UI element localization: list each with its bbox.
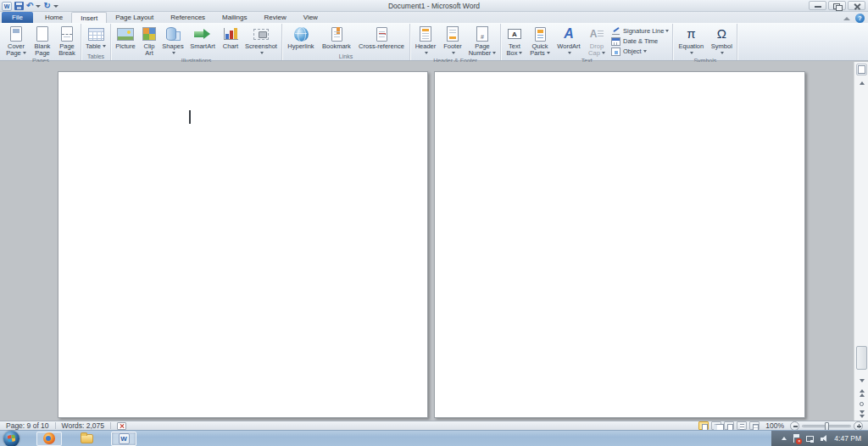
clip-art-icon: [142, 27, 156, 41]
document-page-9[interactable]: [58, 71, 428, 418]
ribbon-group-symbols: π Equation Ω Symbol Symbols: [673, 24, 737, 60]
shapes-button[interactable]: Shapes: [160, 25, 186, 57]
restore-button[interactable]: [828, 1, 846, 10]
shapes-icon: [165, 27, 181, 41]
show-hidden-icons-button[interactable]: [782, 437, 787, 440]
tab-view[interactable]: View: [295, 12, 326, 23]
header-button[interactable]: Header: [412, 25, 439, 57]
text-box-button[interactable]: A Text Box: [503, 25, 526, 57]
outline-view-button[interactable]: [737, 421, 747, 430]
scrollbar-thumb[interactable]: [856, 346, 867, 370]
quick-parts-icon: [535, 27, 546, 42]
tab-home[interactable]: Home: [36, 12, 71, 23]
page-break-button[interactable]: Page Break: [55, 25, 79, 57]
bookmark-icon: [331, 27, 342, 42]
folder-icon: [81, 434, 93, 443]
tab-insert[interactable]: Insert: [71, 12, 107, 23]
date-time-button[interactable]: Date & Time: [609, 36, 670, 46]
cross-reference-icon: [376, 27, 387, 42]
network-icon[interactable]: [806, 435, 815, 443]
scroll-down-button[interactable]: [856, 376, 867, 386]
ribbon-insert: Cover Page Blank Page Page Break Pages T…: [0, 23, 868, 61]
tab-review[interactable]: Review: [255, 12, 294, 23]
picture-icon: [117, 28, 134, 41]
symbol-button[interactable]: Ω Symbol: [708, 25, 735, 57]
close-button[interactable]: [848, 1, 865, 10]
select-browse-object-button[interactable]: [856, 399, 867, 409]
tab-mailings[interactable]: Mailings: [214, 12, 255, 23]
zoom-out-button[interactable]: [790, 421, 799, 431]
word-taskbar-button[interactable]: W: [111, 432, 136, 446]
document-area: [0, 62, 868, 421]
ribbon-group-header-footer: Header Footer Page Number Header & Foote…: [410, 24, 501, 60]
signature-line-button[interactable]: Signature Line: [609, 26, 670, 36]
next-page-button[interactable]: [856, 409, 867, 419]
minimize-button[interactable]: [809, 1, 826, 10]
zoom-slider-thumb[interactable]: [825, 422, 829, 431]
drop-cap-icon: A: [590, 29, 604, 39]
hyperlink-button[interactable]: Hyperlink: [284, 25, 318, 53]
zoom-slider[interactable]: [802, 425, 851, 427]
page-number-button[interactable]: Page Number: [466, 25, 498, 57]
clip-art-button[interactable]: Clip Art: [139, 25, 159, 57]
start-button[interactable]: [3, 431, 19, 446]
screenshot-icon: [253, 29, 269, 40]
view-ruler-toggle[interactable]: [856, 64, 867, 75]
cross-reference-button[interactable]: Cross-reference: [355, 25, 408, 53]
explorer-taskbar-button[interactable]: [74, 432, 99, 446]
smartart-button[interactable]: SmartArt: [186, 25, 219, 57]
blank-page-button[interactable]: Blank Page: [31, 25, 54, 57]
table-button[interactable]: Table: [83, 25, 108, 53]
document-page-10[interactable]: [434, 71, 805, 418]
zoom-in-button[interactable]: [854, 421, 863, 431]
full-screen-reading-view-button[interactable]: [711, 421, 721, 430]
wordart-button[interactable]: A WordArt: [554, 25, 584, 57]
header-icon: [420, 26, 431, 42]
browser-taskbar-button[interactable]: [36, 432, 62, 446]
picture-button[interactable]: Picture: [113, 25, 138, 57]
footer-icon: [447, 26, 459, 42]
window-controls: [809, 1, 865, 10]
quick-parts-button[interactable]: Quick Parts: [527, 25, 553, 57]
equation-icon: π: [687, 27, 695, 41]
smartart-icon: [194, 29, 211, 40]
windows-taskbar: W × 4:47 PM: [0, 430, 868, 446]
tab-page-layout[interactable]: Page Layout: [107, 12, 162, 23]
volume-icon[interactable]: [821, 435, 828, 443]
zoom-level[interactable]: 100%: [762, 421, 787, 430]
status-bar-right: 100%: [698, 421, 868, 431]
ribbon-group-links: Hyperlink Bookmark Cross-reference Links: [282, 24, 410, 60]
drop-cap-button[interactable]: A Drop Cap: [585, 25, 609, 57]
chart-icon: [224, 28, 238, 40]
help-icon[interactable]: ?: [855, 14, 865, 23]
status-bar: Page: 9 of 10 Words: 2,075 100%: [0, 421, 868, 430]
print-layout-view-button[interactable]: [698, 421, 709, 430]
text-group-small-buttons: Signature Line Date & Time Object: [609, 25, 670, 57]
bookmark-button[interactable]: Bookmark: [319, 25, 354, 53]
text-cursor: [189, 110, 191, 124]
hyperlink-icon: [294, 27, 309, 42]
text-box-icon: A: [508, 29, 521, 39]
chart-button[interactable]: Chart: [220, 25, 242, 57]
tab-file[interactable]: File: [2, 12, 33, 23]
action-center-icon[interactable]: ×: [793, 434, 800, 443]
minimize-ribbon-icon[interactable]: [843, 17, 850, 20]
equation-button[interactable]: π Equation: [675, 25, 707, 57]
taskbar-clock[interactable]: 4:47 PM: [834, 434, 861, 443]
previous-page-button[interactable]: [856, 387, 867, 398]
object-button[interactable]: Object: [609, 47, 670, 56]
draft-view-button[interactable]: [749, 421, 760, 430]
wordart-icon: A: [564, 27, 574, 41]
tab-references[interactable]: References: [162, 12, 214, 23]
word-count[interactable]: Words: 2,075: [56, 421, 110, 431]
ribbon-group-text: A Text Box Quick Parts A WordArt A Drop …: [501, 24, 673, 60]
footer-button[interactable]: Footer: [440, 25, 465, 57]
page-indicator[interactable]: Page: 9 of 10: [0, 421, 55, 431]
cover-page-button[interactable]: Cover Page: [3, 25, 30, 57]
screenshot-button[interactable]: Screenshot: [242, 25, 280, 57]
signature-line-icon: [611, 27, 620, 36]
word-icon: W: [119, 433, 130, 444]
proofing-errors-icon[interactable]: [117, 422, 126, 430]
scroll-up-button[interactable]: [856, 78, 867, 88]
web-layout-view-button[interactable]: [724, 421, 734, 430]
